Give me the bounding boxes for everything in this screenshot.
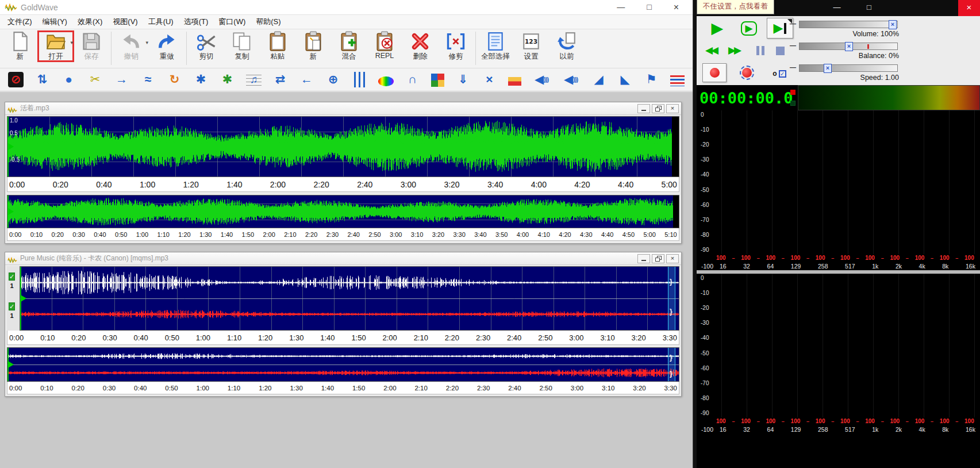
doc1-overview-time-axis[interactable]: 0:000:100:200:300:400:501:001:101:201:30… <box>7 228 679 241</box>
toolbar-button-new-file[interactable]: 新 <box>2 31 38 62</box>
toolbar-button-clipboard-mix[interactable]: 混合 <box>331 31 367 62</box>
minimize-button[interactable]: — <box>617 2 625 13</box>
doc2-minimize-button[interactable] <box>637 254 650 263</box>
menu-item-6[interactable]: 选项(T) <box>179 15 214 29</box>
channel1-checkbox[interactable] <box>9 273 15 281</box>
maximize-button[interactable]: □ <box>647 2 651 13</box>
doc2-waveform-canvas[interactable] <box>20 267 679 330</box>
menu-item-8[interactable]: 帮助(S) <box>251 15 286 29</box>
channel-swap-icon[interactable]: ⇅ <box>34 72 50 87</box>
equalizer-icon[interactable] <box>352 72 367 87</box>
color-mixer-icon[interactable] <box>431 74 444 87</box>
spectrum-filter-icon[interactable] <box>378 76 394 86</box>
balance-slider[interactable]: × <box>799 43 898 50</box>
flanger-icon[interactable]: ≈ <box>140 72 156 87</box>
doc2-restore-button[interactable] <box>652 254 664 263</box>
time-warp-icon[interactable]: ⊕ <box>325 72 341 87</box>
control-minimize-button[interactable]: — <box>828 0 846 16</box>
playback-position-marker[interactable] <box>8 208 14 215</box>
control-maximize-button[interactable]: □ <box>860 0 878 16</box>
doppler-icon[interactable]: ● <box>61 72 76 87</box>
reverse-icon[interactable]: ⇄ <box>272 72 288 87</box>
offset-icon[interactable]: → <box>114 72 129 87</box>
balance-slider-handle[interactable]: × <box>845 42 853 51</box>
volume-slider-handle[interactable]: × <box>889 20 897 29</box>
loop-play-button[interactable]: ▶ <box>737 20 761 37</box>
toolbar-button-scissors[interactable]: 剪切 <box>189 31 224 62</box>
doc1-main-waveform-view[interactable]: 1.0 0.5 -0.5 <box>7 116 679 177</box>
mechanize-icon[interactable]: ✱ <box>193 72 209 87</box>
doc1-title-bar[interactable]: 活着.mp3 × <box>5 102 681 115</box>
toolbar-button-clipboard-replace[interactable]: REPL <box>367 31 402 60</box>
doc1-waveform-canvas[interactable] <box>7 117 679 177</box>
menu-item-1[interactable]: 文件(Z) <box>2 15 37 29</box>
menu-item-5[interactable]: 工具(U) <box>143 15 179 29</box>
selection-region[interactable] <box>668 267 675 330</box>
frequency-label: 129 <box>791 426 801 433</box>
playback-position-marker[interactable] <box>8 361 14 368</box>
interpolate-icon[interactable]: ✱ <box>220 72 235 87</box>
doc2-title-bar[interactable]: Pure Music (纯音乐) - 卡农 (Canon) [mqms].mp3… <box>5 252 681 265</box>
smoother-icon[interactable]: ⇓ <box>455 72 471 87</box>
record-button[interactable] <box>702 63 727 82</box>
toolbar-button-redo-arrow[interactable]: 重做 <box>149 31 185 62</box>
fade-out-icon[interactable]: ◣ <box>617 72 633 87</box>
doc1-close-button[interactable]: × <box>666 104 679 113</box>
doc2-overview-canvas[interactable] <box>7 348 679 381</box>
menu-item-4[interactable]: 视图(V) <box>107 15 143 29</box>
doc2-main-waveform-view[interactable] <box>20 266 679 331</box>
volume-match-icon[interactable]: ◀ <box>562 72 580 87</box>
doc1-main-time-axis[interactable]: 0:000:200:401:001:201:402:002:202:403:00… <box>7 177 679 192</box>
doc1-restore-button[interactable] <box>652 104 664 113</box>
toolbar-button-clipboard-paste[interactable]: 粘贴 <box>260 31 295 62</box>
toolbar-button-select-all[interactable]: 全部选择 <box>478 31 513 62</box>
record-new-button[interactable] <box>735 63 759 82</box>
doc2-overview-waveform[interactable] <box>7 347 679 382</box>
pause-button[interactable] <box>752 43 769 58</box>
fast-forward-button[interactable]: ▶▶ <box>723 43 745 58</box>
noise-reduction-icon[interactable]: × <box>482 72 497 87</box>
doc1-overview-waveform[interactable] <box>7 195 679 228</box>
toolbar-button-delete-x[interactable]: 删除 <box>402 31 438 62</box>
close-button[interactable]: × <box>674 2 679 13</box>
toolbar-button-preset-123[interactable]: 123设置 <box>513 31 549 62</box>
doc2-main-time-axis[interactable]: 0:000:100:200:300:400:501:001:101:201:30… <box>7 331 679 345</box>
toolbar-button-save-disk[interactable]: 保存 <box>74 31 109 62</box>
toolbar-button-trim[interactable]: 修剪 <box>438 31 474 62</box>
volume-max-icon[interactable]: ◀ <box>532 72 551 87</box>
toolbar-button-previous[interactable]: 以前 <box>549 31 585 62</box>
invert-icon[interactable]: ↻ <box>167 72 182 87</box>
playback-position-marker[interactable] <box>21 295 26 302</box>
control-close-button[interactable]: × <box>958 0 980 16</box>
menu-item-7[interactable]: 窗口(W) <box>213 15 251 29</box>
silence-icon[interactable]: ✂ <box>87 72 103 87</box>
mute-icon[interactable]: ⊘ <box>8 72 24 87</box>
stop-button[interactable] <box>771 43 789 58</box>
channel2-checkbox[interactable] <box>9 302 15 310</box>
menu-item-3[interactable]: 效果(X) <box>72 15 107 29</box>
noise-gate-icon[interactable]: ∩ <box>405 72 420 87</box>
doc1-overview-canvas[interactable] <box>7 195 679 228</box>
fade-in-icon[interactable]: ◢ <box>591 72 606 87</box>
toolbar-button-clipboard-new[interactable]: 新 <box>295 31 331 62</box>
doc2-close-button[interactable]: × <box>666 254 679 263</box>
speed-slider-handle[interactable]: × <box>824 64 832 73</box>
toolbar-button-copy-pages[interactable]: 复制 <box>224 31 260 62</box>
rewind-button[interactable]: ◀◀ <box>700 43 722 58</box>
menu-item-2[interactable]: 编辑(Y) <box>37 15 72 29</box>
play-button[interactable]: ▶ <box>705 18 730 38</box>
playback-position-marker[interactable] <box>8 143 14 150</box>
pitch-icon[interactable]: ♫ <box>246 72 262 87</box>
echo-icon[interactable] <box>508 77 521 86</box>
doc1-minimize-button[interactable] <box>637 104 650 113</box>
cue-marker-icon[interactable]: ⚑ <box>644 72 659 87</box>
volume-shape-icon[interactable] <box>670 75 685 86</box>
shift-left-icon[interactable]: ← <box>299 72 314 87</box>
toolbar-button-undo-arrow[interactable]: ▾撤销 <box>113 31 149 62</box>
speed-slider[interactable]: × <box>799 64 898 72</box>
selection-region[interactable] <box>668 348 675 381</box>
volume-slider[interactable]: × <box>799 21 898 28</box>
doc2-overview-time-axis[interactable]: 0:000:100:200:300:400:501:001:101:201:30… <box>7 382 679 394</box>
monitor-toggle[interactable]: o✓ <box>768 67 791 80</box>
toolbar-button-open-folder[interactable]: ▾打开 <box>38 31 74 62</box>
